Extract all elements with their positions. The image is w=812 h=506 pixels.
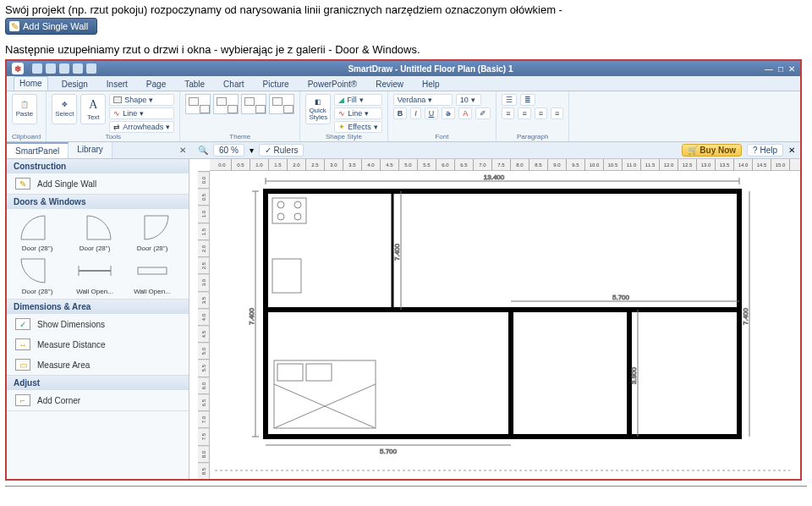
ruler-icon: ↔ — [15, 338, 30, 350]
screenshot-frame: ❄ SmartDraw - Untitled Floor Plan (Basic… — [5, 59, 802, 481]
align-left-button[interactable]: ≡ — [502, 107, 514, 119]
svg-text:13.400: 13.400 — [484, 174, 505, 181]
area-icon: ▭ — [15, 359, 30, 371]
text-button[interactable]: A Text — [80, 94, 106, 124]
tab-table[interactable]: Table — [179, 78, 210, 91]
close-panel-button[interactable]: ✕ — [173, 146, 193, 155]
add-corner-item[interactable]: ⌐ Add Corner — [7, 390, 189, 410]
smart-panel: Construction ✎ Add Single Wall Doors & W… — [7, 159, 189, 479]
tab-smartpanel[interactable]: SmartPanel — [7, 142, 69, 158]
qat-icon[interactable] — [46, 63, 56, 74]
align-center-button[interactable]: ≡ — [518, 107, 530, 119]
shape-dropdown[interactable]: Shape▾ — [109, 94, 174, 106]
strike-button[interactable]: a̶ — [442, 107, 455, 119]
help-button[interactable]: ? Help — [747, 144, 783, 157]
chevron-down-icon[interactable]: ▾ — [250, 146, 254, 155]
qat-icon[interactable] — [86, 63, 96, 74]
minimize-icon[interactable]: — — [765, 64, 773, 74]
chevron-down-icon: ▾ — [428, 96, 432, 104]
measure-area-item[interactable]: ▭ Measure Area — [7, 355, 189, 375]
add-single-wall-button-example: ✎ Add Single Wall — [5, 18, 97, 35]
tab-page[interactable]: Page — [141, 78, 171, 91]
select-button[interactable]: ✥ Select — [52, 94, 77, 124]
font-color-button[interactable]: A — [458, 107, 472, 119]
theme-thumb[interactable] — [185, 94, 211, 114]
side-panel-tabs: SmartPanel Library — [7, 142, 173, 158]
arrowheads-icon: ⇄ — [113, 123, 120, 131]
wall-opening-shape[interactable]: Wall Open... — [129, 256, 176, 295]
buy-now-button[interactable]: 🛒 Buy Now — [682, 144, 743, 157]
line-style-dropdown[interactable]: ∿Line▾ — [334, 107, 381, 119]
align-right-button[interactable]: ≡ — [535, 107, 547, 119]
maximize-icon[interactable]: □ — [778, 64, 783, 74]
add-single-wall-item[interactable]: ✎ Add Single Wall — [7, 173, 189, 194]
qat-icon[interactable] — [32, 63, 42, 74]
theme-thumb[interactable] — [269, 94, 294, 114]
tab-library[interactable]: Library — [69, 142, 112, 158]
svg-text:7.400: 7.400 — [742, 307, 749, 325]
quick-styles-button[interactable]: ◧ Quick Styles — [305, 94, 331, 124]
svg-rect-16 — [277, 364, 303, 381]
svg-point-13 — [294, 213, 301, 220]
door-shape[interactable]: Door (28") — [14, 256, 61, 295]
floor-plan-drawing[interactable]: 13.400 5.700 7.400 7.400 7.400 3.900 5.7… — [215, 174, 790, 479]
close-icon[interactable]: ✕ — [788, 64, 795, 74]
measure-distance-item[interactable]: ↔ Measure Distance — [7, 334, 189, 355]
tab-powerpoint[interactable]: PowerPoint® — [303, 78, 363, 91]
tab-chart[interactable]: Chart — [218, 78, 249, 91]
text-icon: A — [89, 98, 97, 112]
theme-thumb[interactable] — [213, 94, 239, 114]
italic-button[interactable]: I — [410, 107, 421, 119]
underline-button[interactable]: U — [425, 107, 439, 119]
tab-review[interactable]: Review — [370, 78, 409, 91]
tab-home[interactable]: Home — [14, 76, 48, 91]
door-shape[interactable]: Door (28") — [71, 212, 118, 252]
drawing-canvas[interactable]: 0.00.51.01.52.02.53.03.54.04.55.05.56.06… — [189, 159, 800, 479]
ribbon-group-theme: Theme — [180, 91, 300, 141]
tab-help[interactable]: Help — [417, 78, 445, 91]
section-dimensions[interactable]: Dimensions & Area — [7, 300, 189, 314]
section-adjust[interactable]: Adjust — [7, 376, 189, 390]
wall-opening-shape[interactable]: Wall Open... — [71, 256, 118, 295]
svg-text:5.700: 5.700 — [612, 294, 630, 301]
fill-dropdown[interactable]: ◢Fill▾ — [334, 94, 381, 106]
tab-insert[interactable]: Insert — [102, 78, 133, 91]
svg-rect-14 — [272, 259, 301, 293]
arrowheads-dropdown[interactable]: ⇄Arrowheads▾ — [109, 121, 174, 133]
section-doors-windows[interactable]: Doors & Windows — [7, 195, 189, 209]
effects-dropdown[interactable]: ✦Effects▾ — [334, 121, 381, 133]
chevron-down-icon: ▾ — [149, 96, 153, 104]
group-label-paragraph: Paragraph — [502, 133, 563, 140]
bold-button[interactable]: B — [393, 107, 408, 119]
svg-point-12 — [277, 213, 284, 220]
font-name-dropdown[interactable]: Verdana▾ — [393, 94, 453, 106]
svg-rect-17 — [306, 364, 332, 381]
svg-text:7.400: 7.400 — [248, 307, 255, 325]
app-logo-icon: ❄ — [12, 63, 24, 74]
bullets-button[interactable]: ☰ — [502, 94, 517, 106]
paste-button[interactable]: 📋 Paste — [12, 94, 37, 124]
svg-text:3.900: 3.900 — [630, 366, 638, 384]
line-dropdown[interactable]: ∿Line▾ — [109, 107, 174, 119]
section-construction[interactable]: Construction — [7, 159, 189, 173]
window-title: SmartDraw - Untitled Floor Plan (Basic) … — [96, 64, 765, 74]
numbering-button[interactable]: ≣ — [520, 94, 535, 106]
tab-design[interactable]: Design — [57, 78, 93, 91]
font-dialog-button[interactable]: ✐ — [475, 107, 491, 119]
rulers-toggle[interactable]: ✓ Rulers — [259, 144, 304, 157]
zoom-icon[interactable]: 🔍 — [198, 146, 208, 155]
qat-icon[interactable] — [73, 63, 83, 74]
door-shape[interactable]: Door (28") — [14, 212, 61, 252]
theme-thumb[interactable] — [241, 94, 266, 114]
close-icon[interactable]: ✕ — [788, 146, 795, 155]
tab-picture[interactable]: Picture — [258, 78, 294, 91]
theme-gallery[interactable] — [185, 94, 294, 114]
line-style-icon: ∿ — [338, 109, 345, 118]
group-label-shape-style: Shape Style — [305, 133, 381, 140]
show-dimensions-item[interactable]: ✓ Show Dimensions — [7, 314, 189, 334]
justify-button[interactable]: ≡ — [551, 107, 563, 119]
door-shape[interactable]: Door (28") — [129, 212, 176, 252]
font-size-dropdown[interactable]: 10▾ — [456, 94, 481, 106]
qat-icon[interactable] — [59, 63, 69, 74]
zoom-value[interactable]: 60 % — [213, 144, 244, 157]
